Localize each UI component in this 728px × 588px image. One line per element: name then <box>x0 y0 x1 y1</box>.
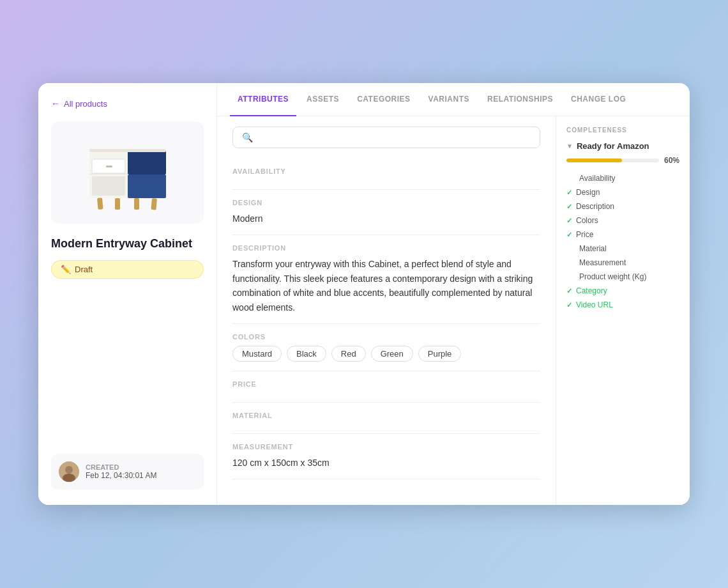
created-label: CREATED <box>86 463 156 471</box>
measurement-item-label: Measurement <box>579 258 626 267</box>
product-image-svg <box>83 131 172 214</box>
tabs-bar: ATTRIBUTES ASSETS CATEGORIES VARIANTS RE… <box>217 83 690 116</box>
svg-rect-5 <box>106 166 112 167</box>
completeness-item-category[interactable]: ✓ Category <box>566 285 679 297</box>
attribute-measurement: MEASUREMENT 120 cm x 150cm x 35cm <box>232 434 540 479</box>
tab-relationships[interactable]: RELATIONSHIPS <box>480 83 561 116</box>
completeness-item-video-url[interactable]: ✓ Video URL <box>566 299 679 311</box>
design-item-label: Design <box>576 188 600 197</box>
color-tag-mustard[interactable]: Mustard <box>232 346 282 362</box>
avatar-image <box>59 461 79 482</box>
measurement-label: MEASUREMENT <box>232 443 540 451</box>
color-tag-purple[interactable]: Purple <box>418 346 462 362</box>
product-weight-item-label: Product weight (Kg) <box>579 272 646 281</box>
check-icon-design: ✓ <box>566 189 572 197</box>
colors-item-label: Colors <box>576 216 598 225</box>
svg-rect-7 <box>92 176 125 196</box>
main-content: ATTRIBUTES ASSETS CATEGORIES VARIANTS RE… <box>217 83 690 505</box>
description-label: DESCRIPTION <box>232 244 540 252</box>
svg-rect-8 <box>97 197 103 210</box>
svg-rect-12 <box>89 149 166 152</box>
readiness-group: ▼ Ready for Amazon 60% % Availability <box>566 141 679 311</box>
completeness-item-availability: Availability <box>566 173 679 184</box>
check-icon-colors: ✓ <box>566 217 572 225</box>
attribute-colors: COLORS Mustard Black Red Green Purple <box>232 324 540 371</box>
category-item-label: Category <box>576 286 607 295</box>
product-title: Modern Entryway Cabinet <box>51 236 204 251</box>
readiness-label: Ready for Amazon <box>577 141 649 151</box>
tab-change-log[interactable]: CHANGE LOG <box>563 83 633 116</box>
availability-label: AVAILABILITY <box>232 167 540 175</box>
attribute-material: MATERIAL <box>232 403 540 434</box>
svg-rect-3 <box>128 174 166 198</box>
svg-rect-11 <box>151 198 157 210</box>
progress-percent: 60% <box>664 156 679 165</box>
tab-variants[interactable]: VARIANTS <box>421 83 477 116</box>
created-section: CREATED Feb 12, 04:30:01 AM <box>51 454 204 490</box>
svg-point-14 <box>65 466 73 474</box>
completeness-item-material: Material <box>566 243 679 254</box>
color-tag-red[interactable]: Red <box>331 346 366 362</box>
arrow-left-icon: ← <box>51 98 60 109</box>
search-icon: 🔍 <box>242 132 253 143</box>
progress-row: 60% % <box>566 156 679 165</box>
product-image <box>51 121 204 224</box>
completeness-item-product-weight: Product weight (Kg) <box>566 271 679 282</box>
back-link[interactable]: ← All products <box>51 98 204 109</box>
svg-rect-10 <box>134 198 139 210</box>
price-label: PRICE <box>232 380 540 388</box>
completeness-item-colors: ✓ Colors <box>566 215 679 226</box>
draft-label: Draft <box>75 265 93 274</box>
tab-categories[interactable]: CATEGORIES <box>349 83 418 116</box>
created-date: Feb 12, 04:30:01 AM <box>86 471 156 480</box>
progress-bar-fill <box>566 159 622 162</box>
back-label: All products <box>64 99 107 109</box>
tab-assets[interactable]: ASSETS <box>299 83 347 116</box>
search-bar[interactable]: 🔍 <box>232 127 540 148</box>
measurement-value: 120 cm x 150cm x 35cm <box>232 456 540 470</box>
app-card: ← All products <box>38 83 690 505</box>
tab-attributes[interactable]: ATTRIBUTES <box>230 83 296 116</box>
sidebar: ← All products <box>38 83 217 505</box>
pencil-icon: ✏️ <box>61 265 71 274</box>
colors-row: Mustard Black Red Green Purple <box>232 346 540 362</box>
colors-label: COLORS <box>232 333 540 341</box>
price-item-label: Price <box>576 230 593 239</box>
completeness-item-design: ✓ Design <box>566 187 679 198</box>
design-label: DESIGN <box>232 199 540 206</box>
svg-rect-2 <box>128 150 166 174</box>
completeness-items: Availability ✓ Design ✓ Description <box>566 173 679 311</box>
attribute-availability: AVAILABILITY <box>232 159 540 190</box>
material-label: MATERIAL <box>232 412 540 419</box>
description-value: Transform your entryway with this Cabine… <box>232 257 540 314</box>
check-icon-video-url: ✓ <box>566 301 572 309</box>
color-tag-green[interactable]: Green <box>371 346 413 362</box>
attribute-price: PRICE <box>232 371 540 403</box>
attribute-design: DESIGN Modern <box>232 190 540 235</box>
check-icon-category: ✓ <box>566 287 572 295</box>
completeness-title: COMPLETENESS <box>566 127 679 134</box>
readiness-header[interactable]: ▼ Ready for Amazon <box>566 141 679 151</box>
draft-badge[interactable]: ✏️ Draft <box>51 260 204 279</box>
completeness-item-measurement: Measurement <box>566 257 679 268</box>
svg-rect-9 <box>115 198 120 210</box>
progress-bar-background <box>566 159 659 162</box>
attributes-panel: 🔍 AVAILABILITY DESIGN Modern DESCRIPTION… <box>217 116 556 505</box>
description-item-label: Description <box>576 202 614 211</box>
video-url-item-label: Video URL <box>576 300 613 309</box>
attribute-description: DESCRIPTION Transform your entryway with… <box>232 235 540 324</box>
avatar <box>59 461 79 482</box>
created-info: CREATED Feb 12, 04:30:01 AM <box>86 463 156 480</box>
availability-item-label: Availability <box>579 174 615 183</box>
color-tag-black[interactable]: Black <box>287 346 326 362</box>
material-item-label: Material <box>579 244 607 253</box>
completeness-item-price: ✓ Price <box>566 229 679 240</box>
check-icon-price: ✓ <box>566 231 572 239</box>
content-area: 🔍 AVAILABILITY DESIGN Modern DESCRIPTION… <box>217 116 690 505</box>
chevron-down-icon: ▼ <box>566 143 573 150</box>
completeness-item-description: ✓ Description <box>566 201 679 212</box>
design-value: Modern <box>232 212 540 226</box>
completeness-panel: COMPLETENESS ▼ Ready for Amazon 60% % <box>556 116 690 505</box>
search-input[interactable] <box>258 132 531 143</box>
check-icon-description: ✓ <box>566 203 572 211</box>
